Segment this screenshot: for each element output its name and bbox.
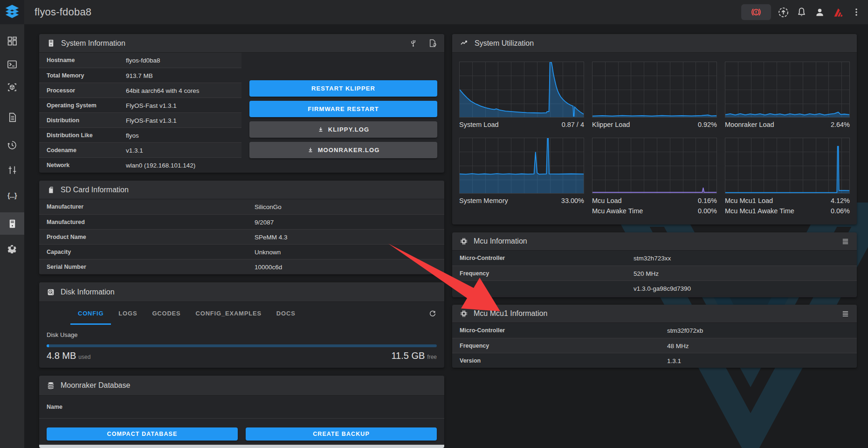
row-value: Unknown xyxy=(255,248,281,255)
row-value: SiliconGo xyxy=(255,203,282,210)
tab-logs[interactable]: LOGS xyxy=(111,302,145,325)
row-label: Serial Number xyxy=(47,264,86,270)
klippy-log-button[interactable]: KLIPPY.LOG xyxy=(249,121,437,138)
moonraker-log-button[interactable]: MOONRAKER.LOG xyxy=(249,142,437,158)
history-icon xyxy=(7,140,18,151)
menu-icon[interactable] xyxy=(841,310,849,318)
utilization-chart xyxy=(592,138,717,194)
sidebar-item-tune[interactable] xyxy=(0,159,24,181)
app-logo[interactable] xyxy=(0,0,24,24)
panel-title: System Utilization xyxy=(475,39,534,48)
tile-label: System Memory xyxy=(459,197,508,204)
system-information-header: System Information xyxy=(39,34,444,53)
row-value: flyos xyxy=(126,132,139,139)
refresh-icon xyxy=(428,309,437,318)
brand-logo-icon[interactable] xyxy=(832,6,845,19)
sidebar-item-files[interactable] xyxy=(0,106,24,128)
mcu-information-table: Micro-Controllerstm32h723xxFrequency520 … xyxy=(452,251,857,295)
row-value: 48 MHz xyxy=(667,342,689,349)
utilization-tile: System Load0.87 / 4 xyxy=(459,62,584,130)
row-value: 64bit aarch64 with 4 cores xyxy=(126,87,200,94)
table-row: Product NameSPeMM 4.3 xyxy=(39,229,444,244)
tile-value: 4.12% xyxy=(831,197,850,204)
table-row: Frequency48 MHz xyxy=(452,338,857,353)
table-row: Processor64bit aarch64 with 4 cores xyxy=(39,83,241,98)
disk-tabs: CONFIG LOGS GCODES CONFIG_EXAMPLES DOCS xyxy=(39,302,444,325)
utilization-tile: Mcu Load0.16%Mcu Awake Time0.00% xyxy=(592,138,717,216)
panel-title: Mcu Information xyxy=(474,237,527,245)
log-file-icon[interactable] xyxy=(428,39,437,48)
table-row: Frequency520 MHz xyxy=(452,266,857,280)
tab-docs[interactable]: DOCS xyxy=(269,302,303,325)
tab-gcodes[interactable]: GCODES xyxy=(145,302,188,325)
nav-sidebar: {...} xyxy=(0,24,24,448)
row-label: Processor xyxy=(47,87,75,94)
disk-usage-bar xyxy=(47,344,437,347)
table-row: Micro-Controllerstm32f072xb xyxy=(452,323,857,338)
row-value: 520 MHz xyxy=(634,270,659,277)
sidebar-item-macros[interactable]: {...} xyxy=(0,184,24,207)
panel-title: Mcu Mcu1 Information xyxy=(474,309,547,318)
mcu-mcu1-information-panel: Mcu Mcu1 Information Micro-Controllerstm… xyxy=(452,305,857,368)
file-document-icon xyxy=(7,112,18,123)
table-row: Operating SystemFlyOS-Fast v1.3.1 xyxy=(39,98,241,112)
database-row-partial xyxy=(39,445,444,448)
table-row: Distribution Likeflyos xyxy=(39,127,241,142)
system-utilization-header: System Utilization xyxy=(452,34,857,53)
row-label: Capacity xyxy=(47,249,71,255)
sidebar-item-machine[interactable] xyxy=(0,212,24,235)
page-title: flyos-fdoba8 xyxy=(34,6,91,18)
utilization-chart xyxy=(725,138,850,194)
sd-card-table: ManufacturerSiliconGoManufactured9/2087P… xyxy=(39,199,444,274)
create-backup-button[interactable]: CREATE BACKUP xyxy=(246,427,437,441)
mcu-information-header: Mcu Information xyxy=(452,232,857,251)
gear-icon xyxy=(7,243,18,253)
menu-icon[interactable] xyxy=(841,238,849,245)
row-label: Distribution Like xyxy=(47,132,93,139)
row-label: Total Memory xyxy=(47,72,84,79)
row-label: Product Name xyxy=(47,234,86,240)
firmware-restart-button[interactable]: FIRMWARE RESTART xyxy=(249,101,437,117)
tile-value: 0.16% xyxy=(698,197,717,204)
sidebar-item-gcode-preview[interactable] xyxy=(0,76,24,98)
menu-dots-icon[interactable] xyxy=(851,7,861,17)
tab-config-examples[interactable]: CONFIG_EXAMPLES xyxy=(188,302,269,325)
top-bar: flyos-fdoba8 xyxy=(0,0,868,24)
update-icon[interactable] xyxy=(778,7,789,18)
panel-title: Disk Information xyxy=(61,288,115,296)
table-row: Hostnameflyos-fd0ba8 xyxy=(39,53,241,68)
compact-database-button[interactable]: COMPACT DATABASE xyxy=(47,427,238,441)
notifications-bell-icon[interactable] xyxy=(796,7,807,18)
refresh-button[interactable] xyxy=(425,302,441,325)
tile-value: 33.00% xyxy=(561,197,584,204)
sidebar-item-history[interactable] xyxy=(0,134,24,156)
table-row: Manufactured9/2087 xyxy=(39,214,444,229)
tile-value: 0.87 / 4 xyxy=(562,121,584,128)
sidebar-item-console[interactable] xyxy=(0,53,24,76)
tile-label: Moonraker Load xyxy=(725,121,774,128)
usb-icon[interactable] xyxy=(409,39,418,48)
sidebar-item-dashboard[interactable] xyxy=(0,30,24,52)
table-row: CapacityUnknown xyxy=(39,244,444,259)
panel-title: Moonraker Database xyxy=(61,381,130,390)
row-value: 913.7 MB xyxy=(126,72,153,79)
row-value: wlan0 (192.168.101.142) xyxy=(126,161,195,168)
disk-information-header: Disk Information xyxy=(39,282,444,302)
tile-label: Mcu Load xyxy=(592,197,622,204)
restart-klipper-button[interactable]: RESTART KLIPPER xyxy=(249,80,437,97)
utilization-chart xyxy=(459,138,584,194)
row-label: Micro-Controller xyxy=(460,255,505,261)
emergency-stop-button[interactable] xyxy=(741,4,771,20)
tile-value: 2.64% xyxy=(831,121,850,128)
utilization-tile: Klipper Load0.92% xyxy=(592,62,717,130)
tab-config[interactable]: CONFIG xyxy=(70,302,111,325)
tune-icon xyxy=(7,165,18,175)
row-label: Version xyxy=(460,357,481,364)
account-icon[interactable] xyxy=(814,7,826,18)
row-value: 1.3.1 xyxy=(667,357,681,364)
row-value: v1.3.0-ga98c9d7390 xyxy=(634,285,691,292)
sd-card-information-panel: SD Card Information ManufacturerSiliconG… xyxy=(39,181,444,274)
tile-label: Klipper Load xyxy=(592,121,630,128)
sidebar-item-settings[interactable] xyxy=(0,237,24,259)
row-label: Operating System xyxy=(47,102,96,109)
